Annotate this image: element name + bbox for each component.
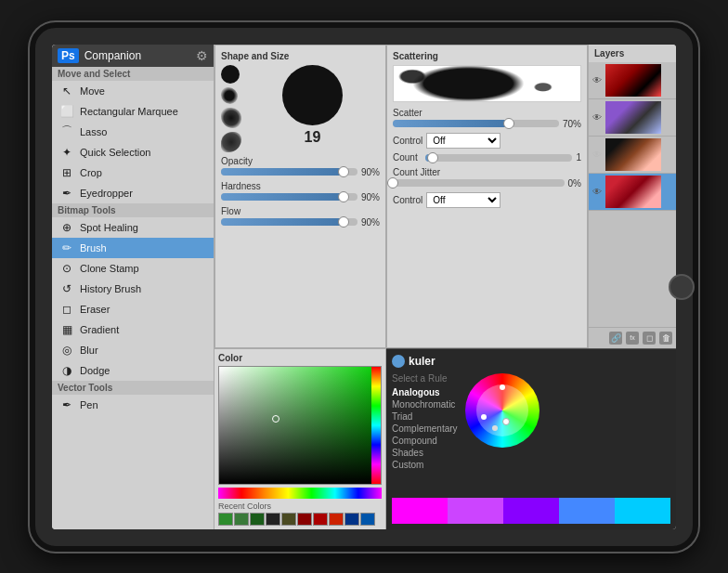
- section-move-select: Move and Select: [52, 67, 214, 81]
- layer-item-2[interactable]: 👁: [589, 99, 676, 137]
- kuler-rule-compound[interactable]: Compound: [392, 436, 458, 446]
- bottom-panels: Color Recent Colors: [214, 348, 676, 529]
- flow-slider-row: Flow 90%: [221, 206, 380, 228]
- kuler-rule-shades[interactable]: Shades: [392, 448, 458, 458]
- sidebar-item-pen[interactable]: ✒ Pen: [52, 395, 214, 415]
- scatter-fill: [393, 120, 509, 127]
- sidebar-item-move[interactable]: ↖ Move: [52, 81, 214, 101]
- layer-thumb-1: [605, 64, 661, 97]
- layer-delete-icon[interactable]: 🗑: [659, 332, 672, 345]
- layer-visibility-1[interactable]: 👁: [591, 73, 604, 86]
- color-picker-area[interactable]: [218, 366, 382, 485]
- sidebar-item-spot-healing[interactable]: ⊕ Spot Healing: [52, 217, 214, 238]
- gradient-icon: ▦: [59, 322, 74, 337]
- swatch-2[interactable]: [250, 513, 265, 526]
- kuler-rule-triad[interactable]: Triad: [392, 411, 458, 422]
- rainbow-bar[interactable]: [218, 488, 382, 499]
- layer-item-4[interactable]: 👁: [589, 174, 676, 211]
- sidebar-item-lasso[interactable]: ⌒ Lasso: [52, 122, 214, 142]
- kuler-swatch-4[interactable]: [615, 498, 670, 524]
- kuler-swatch-3[interactable]: [559, 498, 615, 524]
- layer-mask-icon[interactable]: ◻: [643, 332, 656, 345]
- swatch-4[interactable]: [281, 513, 296, 526]
- gear-icon[interactable]: ⚙: [196, 48, 208, 63]
- color-wheel-area[interactable]: [465, 373, 540, 448]
- opacity-track[interactable]: [221, 168, 358, 176]
- kuler-rule-monochromatic[interactable]: Monochromatic: [392, 399, 458, 410]
- swatch-9[interactable]: [360, 513, 375, 526]
- scattering-title: Scattering: [393, 51, 581, 61]
- count-value: 1: [576, 152, 581, 163]
- hardness-thumb[interactable]: [338, 191, 349, 202]
- hardness-fill: [221, 193, 344, 201]
- sidebar-item-eyedropper[interactable]: ✒ Eyedropper: [52, 183, 214, 203]
- sidebar-item-quick-selection[interactable]: ✦ Quick Selection: [52, 142, 214, 163]
- app-title: Companion: [84, 49, 190, 62]
- select-rule-label: Select a Rule: [392, 373, 458, 384]
- kuler-swatch-0[interactable]: [392, 498, 448, 524]
- swatch-6[interactable]: [313, 513, 328, 526]
- brush-preset-2[interactable]: [221, 87, 238, 104]
- swatch-5[interactable]: [297, 513, 312, 526]
- brush-preset-1[interactable]: [221, 65, 240, 84]
- sidebar-item-rectangular-marquee[interactable]: ⬜ Rectangular Marquee: [52, 101, 214, 122]
- color-gradient[interactable]: [218, 366, 382, 485]
- kuler-rule-custom[interactable]: Custom: [392, 460, 458, 470]
- layer-item-3[interactable]: 👁: [589, 137, 676, 174]
- flow-track[interactable]: [221, 218, 358, 226]
- scatter-label: Scatter: [393, 108, 581, 118]
- sidebar-item-crop[interactable]: ⊞ Crop: [52, 163, 214, 183]
- layer-fx-icon[interactable]: fx: [626, 332, 639, 345]
- count-thumb[interactable]: [427, 152, 438, 163]
- sidebar-item-blur[interactable]: ◎ Blur: [52, 340, 214, 360]
- sidebar-item-history-brush[interactable]: ↺ History Brush: [52, 279, 214, 299]
- layer-visibility-3[interactable]: 👁: [591, 148, 604, 161]
- hardness-label: Hardness: [221, 181, 380, 191]
- crop-icon: ⊞: [59, 165, 74, 180]
- scatter-thumb[interactable]: [503, 118, 514, 129]
- swatch-1[interactable]: [234, 513, 249, 526]
- brush-preset-4[interactable]: [221, 132, 241, 152]
- layer-visibility-2[interactable]: 👁: [591, 111, 604, 124]
- count-jitter-thumb[interactable]: [387, 177, 398, 189]
- flow-thumb[interactable]: [338, 216, 349, 228]
- sidebar-header: Ps Companion ⚙: [52, 45, 214, 67]
- home-button[interactable]: [669, 274, 695, 300]
- control2-select[interactable]: Off: [426, 192, 500, 208]
- layer-visibility-4[interactable]: 👁: [591, 185, 604, 198]
- control1-select[interactable]: Off: [426, 133, 500, 149]
- kuler-rule-analogous[interactable]: Analogous: [392, 387, 458, 397]
- kuler-rule-complementary[interactable]: Complementary: [392, 423, 458, 434]
- layers-bottom: 🔗 fx ◻ 🗑: [589, 327, 676, 348]
- scattering-panel: Scattering Scatter: [386, 45, 588, 348]
- ipad-frame: Ps Companion ⚙ Move and Select ↖ Move ⬜ …: [30, 22, 698, 552]
- sidebar-item-brush[interactable]: ✏ Brush: [52, 238, 214, 258]
- swatch-3[interactable]: [266, 513, 280, 526]
- layer-link-icon[interactable]: 🔗: [609, 332, 622, 345]
- count-jitter-track[interactable]: [393, 179, 565, 187]
- scatter-slider-row: Scatter 70%: [393, 108, 581, 129]
- brush-size-display: 19: [245, 65, 380, 146]
- kuler-swatch-1[interactable]: [448, 498, 503, 524]
- swatch-0[interactable]: [218, 513, 233, 526]
- move-icon: ↖: [59, 84, 74, 98]
- brush-preset-3[interactable]: [221, 108, 241, 128]
- sidebar-item-clone-stamp[interactable]: ⊙ Clone Stamp: [52, 258, 214, 279]
- layer-item-1[interactable]: 👁: [589, 62, 676, 99]
- brush-previews: 19: [221, 65, 380, 152]
- hue-strip[interactable]: [371, 367, 381, 484]
- opacity-thumb[interactable]: [338, 166, 349, 177]
- count-track[interactable]: [425, 154, 573, 162]
- swatch-8[interactable]: [344, 513, 359, 526]
- color-title: Color: [218, 353, 382, 363]
- sidebar-item-dodge[interactable]: ◑ Dodge: [52, 360, 214, 381]
- swatch-7[interactable]: [329, 513, 344, 526]
- sidebar-item-eraser[interactable]: ◻ Eraser: [52, 299, 214, 319]
- kuler-swatch-2[interactable]: [503, 498, 559, 524]
- hardness-track[interactable]: [221, 193, 358, 201]
- scatter-track[interactable]: [393, 120, 559, 127]
- kuler-dot: [392, 355, 405, 368]
- color-wheel-inner: [476, 384, 528, 436]
- recent-colors-label: Recent Colors: [218, 501, 382, 511]
- sidebar-item-gradient[interactable]: ▦ Gradient: [52, 319, 214, 340]
